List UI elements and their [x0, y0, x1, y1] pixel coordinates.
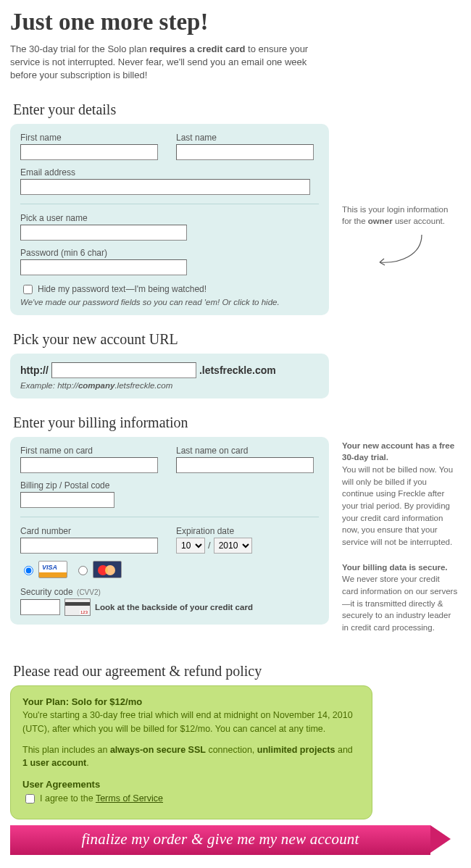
card-number-input[interactable] [20, 538, 158, 554]
card-last-name-input[interactable] [176, 457, 314, 473]
hide-password-label: Hide my password text—I'm being watched! [38, 284, 207, 294]
url-panel: http:// .letsfreckle.com Example: http:/… [10, 354, 329, 398]
intro-paragraph: The 30-day trial for the Solo plan requi… [10, 43, 329, 83]
agreement-body-2: This plan includes an always-on secure S… [22, 743, 360, 771]
account-url-input[interactable] [51, 362, 196, 378]
card-number-label: Card number [20, 526, 163, 536]
security-code-input[interactable] [20, 599, 60, 615]
password-label: Password (min 6 char) [20, 248, 319, 258]
tos-link[interactable]: Terms of Service [96, 793, 163, 804]
card-first-name-input[interactable] [20, 457, 158, 473]
expiration-label: Expiration date [176, 526, 319, 536]
username-input[interactable] [20, 225, 187, 241]
finalize-order-button[interactable]: finalize my order & give me my new accou… [10, 825, 430, 855]
last-name-input[interactable] [176, 144, 314, 160]
user-agreements-heading: User Agreements [22, 777, 360, 792]
details-sidebar: This is your login information for the o… [342, 124, 458, 270]
cvv-hint: Look at the backside of your credit card [95, 603, 253, 612]
billing-sidebar: Your new account has a free 30-day trial… [342, 437, 458, 647]
url-suffix: .letsfreckle.com [199, 364, 276, 376]
card-type-mastercard-radio[interactable] [78, 566, 88, 575]
arrow-icon [371, 233, 429, 270]
email-input[interactable] [20, 179, 310, 195]
hide-password-checkbox[interactable] [23, 285, 33, 294]
agreement-panel: Your Plan: Solo for $12/mo You're starti… [10, 685, 372, 819]
details-panel: First name Last name Email address Pick … [10, 124, 329, 315]
mastercard-icon [93, 561, 122, 578]
divider [20, 204, 319, 204]
password-hint: We've made our password fields so you ca… [20, 298, 319, 306]
zip-input[interactable] [20, 492, 114, 508]
first-name-input[interactable] [20, 144, 158, 160]
url-example: Example: http://company.letsfreckle.com [20, 381, 319, 390]
card-first-name-label: First name on card [20, 446, 163, 456]
section-heading-url: Pick your new account URL [13, 331, 461, 348]
email-label: Email address [20, 167, 319, 178]
first-name-label: First name [20, 133, 163, 143]
card-last-name-label: Last name on card [176, 446, 319, 456]
exp-year-select[interactable]: 2010 [214, 538, 252, 554]
billing-panel: First name on card Last name on card Bil… [10, 437, 329, 625]
exp-month-select[interactable]: 10 [176, 538, 205, 554]
section-heading-agreement: Please read our agreement & refund polic… [13, 663, 461, 680]
zip-label: Billing zip / Postal code [20, 480, 319, 491]
username-label: Pick a user name [20, 213, 319, 223]
last-name-label: Last name [176, 133, 319, 143]
agree-tos-checkbox[interactable] [25, 794, 35, 804]
section-heading-details: Enter your details [13, 101, 461, 118]
security-code-label: Security code (CVV2) [20, 587, 319, 597]
card-type-visa-radio[interactable] [24, 566, 33, 575]
page-title: Just one more step! [10, 9, 461, 36]
card-back-icon [64, 598, 91, 616]
section-heading-billing: Enter your billing information [13, 414, 461, 431]
agreement-body-1: You're starting a 30-day free trial whic… [22, 709, 360, 736]
url-prefix: http:// [20, 364, 49, 376]
visa-icon [38, 561, 67, 578]
password-input[interactable] [20, 259, 187, 275]
plan-line: Your Plan: Solo for $12/mo [22, 695, 360, 709]
divider [20, 517, 319, 517]
